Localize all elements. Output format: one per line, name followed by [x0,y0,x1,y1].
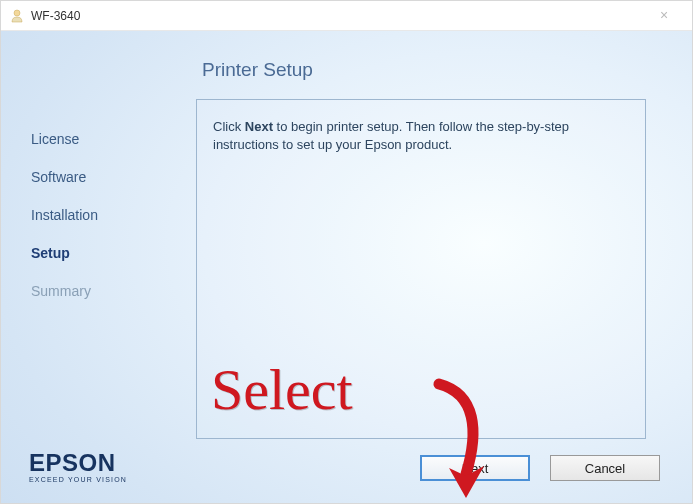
instruction-pre: Click [213,119,245,134]
sidebar-item-installation: Installation [31,207,176,223]
window-title: WF-3640 [31,9,80,23]
brand-tagline: EXCEED YOUR VISION [29,476,127,483]
sidebar-item-setup: Setup [31,245,176,261]
sidebar-item-license: License [31,131,176,147]
close-icon[interactable]: × [644,5,684,25]
sidebar-item-summary: Summary [31,283,176,299]
cancel-button[interactable]: Cancel [550,455,660,481]
instruction-text: Click Next to begin printer setup. Then … [213,118,629,154]
svg-point-0 [14,10,20,16]
titlebar: WF-3640 × [1,1,692,31]
app-icon [9,8,25,24]
button-row: Next Cancel [420,455,660,481]
brand-logo: EPSON EXCEED YOUR VISION [29,451,127,483]
instruction-bold: Next [245,119,273,134]
step-sidebar: License Software Installation Setup Summ… [1,31,176,503]
installer-window: WF-3640 × License Software Installation … [0,0,693,504]
sidebar-item-software: Software [31,169,176,185]
page-title: Printer Setup [202,59,662,81]
content-box: Click Next to begin printer setup. Then … [196,99,646,439]
brand-name: EPSON [29,451,127,475]
next-button[interactable]: Next [420,455,530,481]
main-panel: Printer Setup Click Next to begin printe… [176,31,692,503]
client-area: License Software Installation Setup Summ… [1,31,692,503]
